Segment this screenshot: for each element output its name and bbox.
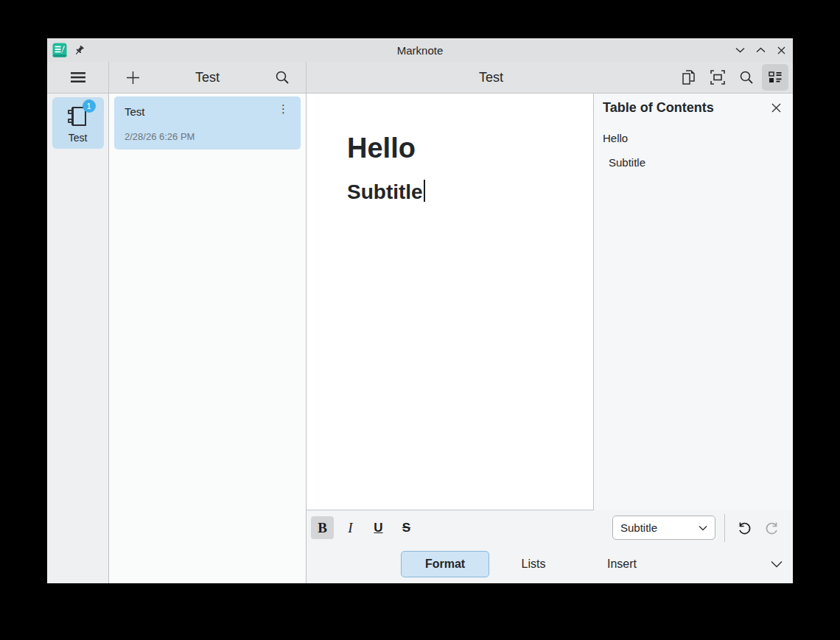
collapse-toolbar-icon[interactable] <box>771 560 783 568</box>
titlebar: Marknote <box>47 38 793 62</box>
tab-insert[interactable]: Insert <box>578 551 666 577</box>
redo-button[interactable] <box>760 516 784 540</box>
editor-column: Hello Subtitle Table of Contents Hello S… <box>307 94 793 583</box>
notebook-tile-test[interactable]: 1 Test <box>52 97 104 149</box>
paragraph-style-value: Subtitle <box>620 521 699 534</box>
toolbar-sidebar-section <box>47 62 109 93</box>
marknote-window: Marknote <box>47 38 793 583</box>
toc-item-hello[interactable]: Hello <box>603 126 784 150</box>
note-list-item[interactable]: Test ⋮ 2/28/26 6:26 PM <box>114 96 301 150</box>
italic-button[interactable]: I <box>339 516 362 539</box>
format-tabs: Format Lists Insert <box>307 545 793 583</box>
add-note-button[interactable] <box>119 64 146 91</box>
tab-lists[interactable]: Lists <box>489 551 578 577</box>
window-controls <box>734 38 787 62</box>
editor-heading: Hello <box>347 133 571 164</box>
toolbar-editor-section: Test <box>307 62 793 93</box>
toc-close-icon[interactable] <box>768 99 784 116</box>
note-title: Test <box>307 70 676 85</box>
main-toolbar: Test Test <box>47 62 793 94</box>
note-editor[interactable]: Hello Subtitle <box>307 94 594 510</box>
search-in-note-button[interactable] <box>733 64 760 91</box>
minimize-button[interactable] <box>734 44 746 56</box>
focus-mode-icon[interactable] <box>704 64 731 91</box>
paragraph-style-select[interactable]: Subtitle <box>612 516 715 540</box>
search-notes-button[interactable] <box>269 64 295 91</box>
editor-subheading: Subtitle <box>347 180 425 204</box>
maximize-button[interactable] <box>755 44 766 56</box>
hamburger-menu-button[interactable] <box>65 64 91 91</box>
strikethrough-button[interactable]: S <box>395 516 418 539</box>
note-options-icon[interactable]: ⋮ <box>273 105 293 113</box>
toc-title: Table of Contents <box>603 100 768 116</box>
toc-item-subtitle[interactable]: Subtitle <box>603 150 784 175</box>
note-item-title: Test <box>125 105 273 118</box>
editor-actions <box>676 64 788 91</box>
table-of-contents-panel: Table of Contents Hello Subtitle <box>594 94 793 510</box>
tab-format[interactable]: Format <box>401 551 489 577</box>
separator <box>724 514 725 542</box>
copy-icon[interactable] <box>676 64 702 91</box>
window-title: Marknote <box>47 44 793 57</box>
notebook-label: Test <box>69 132 88 144</box>
close-button[interactable] <box>775 44 787 56</box>
toc-toggle-button[interactable] <box>762 64 788 91</box>
chevron-down-icon <box>699 525 707 531</box>
underline-button[interactable]: U <box>367 516 390 539</box>
notebook-sidebar: 1 Test <box>47 94 109 583</box>
text-cursor <box>424 180 425 202</box>
note-list: Test ⋮ 2/28/26 6:26 PM <box>109 94 307 583</box>
main-area: 1 Test Test ⋮ 2/28/26 6:26 PM Hello Subt… <box>47 94 793 583</box>
bold-button[interactable]: B <box>311 516 334 539</box>
notebook-title: Test <box>146 70 269 85</box>
formatting-bar: B I U S Subtitle <box>307 510 793 583</box>
note-item-date: 2/28/26 6:26 PM <box>125 131 293 142</box>
undo-button[interactable] <box>732 516 756 540</box>
toolbar-notelist-section: Test <box>109 62 307 93</box>
notebook-note-count-badge: 1 <box>83 99 96 113</box>
